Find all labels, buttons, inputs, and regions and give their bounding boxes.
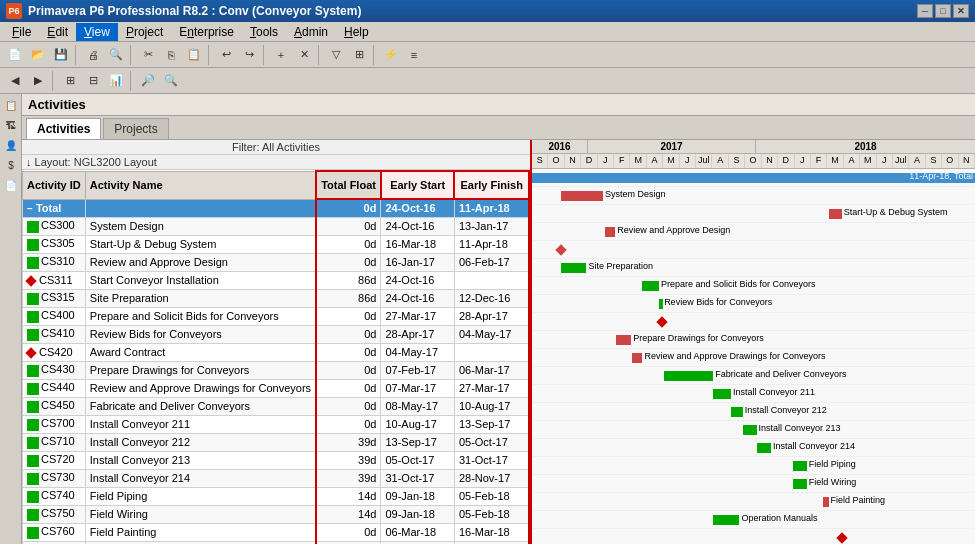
tb2-1[interactable]: ◀ xyxy=(4,70,26,92)
tb2-5[interactable]: 📊 xyxy=(105,70,127,92)
grid-scroll[interactable]: Activity ID Activity Name Total Float Ea… xyxy=(22,170,530,544)
tb-print[interactable]: 🖨 xyxy=(82,44,104,66)
tab-bar: Activities Projects xyxy=(22,116,975,140)
table-row[interactable]: CS430Prepare Drawings for Conveyors0d07-… xyxy=(23,361,530,379)
tab-activities[interactable]: Activities xyxy=(26,118,101,139)
green-icon xyxy=(27,437,39,449)
table-row[interactable]: CS305Start-Up & Debug System0d16-Mar-181… xyxy=(23,235,530,253)
menu-project[interactable]: Project xyxy=(118,23,171,41)
cell-early-finish: 28-Nov-17 xyxy=(454,469,529,487)
table-row[interactable]: CS450Fabricate and Deliver Conveyors0d08… xyxy=(23,397,530,415)
table-row[interactable]: CS400Prepare and Solicit Bids for Convey… xyxy=(23,307,530,325)
tab-projects[interactable]: Projects xyxy=(103,118,168,139)
table-row[interactable]: CS315Site Preparation86d24-Oct-1612-Dec-… xyxy=(23,289,530,307)
cell-activity-name: Field Piping xyxy=(85,487,316,505)
cell-total-float: 0d xyxy=(316,253,381,271)
menu-edit[interactable]: Edit xyxy=(39,23,76,41)
year-2018: 2018 xyxy=(756,140,975,153)
tb2-7[interactable]: 🔍 xyxy=(160,70,182,92)
table-row[interactable]: CS410Review Bids for Conveyors0d28-Apr-1… xyxy=(23,325,530,343)
menu-help[interactable]: Help xyxy=(336,23,377,41)
gantt-milestone xyxy=(836,532,847,543)
cell-early-start: 16-Jan-17 xyxy=(381,253,454,271)
table-row[interactable]: CS760Field Painting0d06-Mar-1816-Mar-18 xyxy=(23,523,530,541)
tb-paste[interactable]: 📋 xyxy=(183,44,205,66)
tb2-6[interactable]: 🔎 xyxy=(137,70,159,92)
table-row[interactable]: CS750Field Wiring14d09-Jan-1805-Feb-18 xyxy=(23,505,530,523)
table-row[interactable]: CS710Install Conveyor 21239d13-Sep-1705-… xyxy=(23,433,530,451)
green-icon xyxy=(27,455,39,467)
sb-costs[interactable]: $ xyxy=(2,156,20,174)
col-header-name[interactable]: Activity Name xyxy=(85,171,316,199)
menu-enterprise[interactable]: Enterprise xyxy=(171,23,242,41)
cell-early-start: 07-Feb-17 xyxy=(381,361,454,379)
table-row[interactable]: CS440Review and Approve Drawings for Con… xyxy=(23,379,530,397)
window-controls: ─ □ ✕ xyxy=(917,4,969,18)
cell-activity-id: CS710 xyxy=(23,433,86,451)
cell-early-start: 24-Oct-16 xyxy=(381,289,454,307)
col-header-id[interactable]: Activity ID xyxy=(23,171,86,199)
tb-redo[interactable]: ↪ xyxy=(238,44,260,66)
table-row[interactable]: CS740Field Piping14d09-Jan-1805-Feb-18 xyxy=(23,487,530,505)
close-button[interactable]: ✕ xyxy=(953,4,969,18)
gantt-row: System Design xyxy=(532,187,975,205)
table-row[interactable]: CS300System Design0d24-Oct-1613-Jan-17 xyxy=(23,217,530,235)
tb-cut[interactable]: ✂ xyxy=(137,44,159,66)
green-icon xyxy=(27,239,39,251)
green-icon xyxy=(27,491,39,503)
table-row[interactable]: CS720Install Conveyor 21339d05-Oct-1731-… xyxy=(23,451,530,469)
cell-activity-id: − Total xyxy=(23,199,86,217)
cell-activity-id: CS700 xyxy=(23,415,86,433)
col-header-finish[interactable]: Early Finish xyxy=(454,171,529,199)
cell-activity-id: CS750 xyxy=(23,505,86,523)
sb-reports[interactable]: 📄 xyxy=(2,176,20,194)
tb-level[interactable]: ≡ xyxy=(403,44,425,66)
sb-wbs[interactable]: 🏗 xyxy=(2,116,20,134)
cell-total-float: 0d xyxy=(316,379,381,397)
tb2-2[interactable]: ▶ xyxy=(27,70,49,92)
cell-early-finish: 13-Sep-17 xyxy=(454,415,529,433)
tb-add[interactable]: + xyxy=(270,44,292,66)
cell-early-start: 24-Oct-16 xyxy=(381,199,454,217)
gantt-bar xyxy=(632,353,643,363)
tb2-3[interactable]: ⊞ xyxy=(59,70,81,92)
tb2-4[interactable]: ⊟ xyxy=(82,70,104,92)
tb-save[interactable]: 💾 xyxy=(50,44,72,66)
menu-view[interactable]: View xyxy=(76,23,118,41)
title-bar: P6 Primavera P6 Professional R8.2 : Conv… xyxy=(0,0,975,22)
cell-activity-name: Prepare Drawings for Conveyors xyxy=(85,361,316,379)
tb-delete[interactable]: ✕ xyxy=(293,44,315,66)
menu-file[interactable]: File xyxy=(4,23,39,41)
tb-undo[interactable]: ↩ xyxy=(215,44,237,66)
gantt-bar-label: Field Piping xyxy=(809,459,856,469)
tb-group[interactable]: ⊞ xyxy=(348,44,370,66)
table-row[interactable]: CS420Award Contract0d04-May-17 xyxy=(23,343,530,361)
table-row[interactable]: − Total0d24-Oct-1611-Apr-18 xyxy=(23,199,530,217)
tb-filter[interactable]: ▽ xyxy=(325,44,347,66)
sb-activities[interactable]: 📋 xyxy=(2,96,20,114)
milestone-icon xyxy=(25,347,36,358)
tb-open[interactable]: 📂 xyxy=(27,44,49,66)
table-row[interactable]: CS310Review and Approve Design0d16-Jan-1… xyxy=(23,253,530,271)
table-row[interactable]: CS700Install Conveyor 2110d10-Aug-1713-S… xyxy=(23,415,530,433)
table-row[interactable]: CS730Install Conveyor 21439d31-Oct-1728-… xyxy=(23,469,530,487)
gantt-scroll[interactable]: 11-Apr-18, TotalSystem DesignStart-Up & … xyxy=(532,169,975,544)
green-icon xyxy=(27,527,39,539)
gantt-month-cell: A xyxy=(712,154,728,168)
minimize-button[interactable]: ─ xyxy=(917,4,933,18)
maximize-button[interactable]: □ xyxy=(935,4,951,18)
cell-activity-id: CS430 xyxy=(23,361,86,379)
tb-schedule[interactable]: ⚡ xyxy=(380,44,402,66)
cell-activity-name: Fabricate and Deliver Conveyors xyxy=(85,397,316,415)
menu-tools[interactable]: Tools xyxy=(242,23,286,41)
menu-admin[interactable]: Admin xyxy=(286,23,336,41)
cell-early-start: 31-Oct-17 xyxy=(381,469,454,487)
gantt-bar xyxy=(605,227,616,237)
col-header-start[interactable]: Early Start xyxy=(381,171,454,199)
sb-resources[interactable]: 👤 xyxy=(2,136,20,154)
tb-new[interactable]: 📄 xyxy=(4,44,26,66)
col-header-float[interactable]: Total Float xyxy=(316,171,381,199)
tb-preview[interactable]: 🔍 xyxy=(105,44,127,66)
tb-copy[interactable]: ⎘ xyxy=(160,44,182,66)
table-row[interactable]: CS311Start Conveyor Installation86d24-Oc… xyxy=(23,271,530,289)
